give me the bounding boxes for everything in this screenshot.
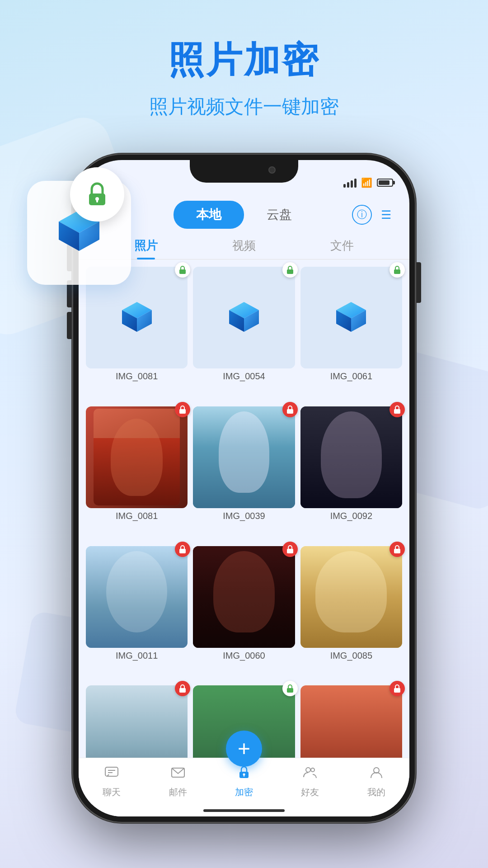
photo-thumb [300, 406, 402, 508]
svg-rect-26 [394, 688, 400, 693]
lock-red-icon [282, 542, 298, 557]
friends-icon [303, 765, 317, 783]
lock-icon [84, 181, 111, 208]
lock-red-icon [175, 681, 190, 696]
photo-name: IMG_0039 [223, 511, 265, 521]
home-indicator [203, 809, 285, 812]
encrypt-icon [237, 765, 251, 783]
add-button[interactable]: + [226, 731, 262, 767]
encrypted-cube-icon [224, 297, 264, 338]
nav-label-profile: 我的 [367, 786, 385, 798]
signal-icon [343, 178, 357, 188]
nav-label-chat: 聊天 [103, 786, 121, 798]
svg-point-35 [311, 768, 314, 772]
svg-rect-27 [105, 767, 118, 776]
list-item[interactable]: IMG_0081 [86, 406, 188, 541]
nav-item-profile[interactable]: 我的 [343, 765, 409, 798]
lock-green-icon [389, 262, 405, 278]
list-item[interactable]: IMG_0011 [86, 546, 188, 680]
info-icon[interactable]: ⓘ [352, 205, 372, 225]
list-item[interactable]: IMG_0039 [193, 406, 295, 541]
photo-name: IMG_0081 [116, 371, 158, 382]
lock-green-icon [282, 262, 298, 278]
list-item[interactable]: IMG_0060 [193, 546, 295, 680]
page-subtitle: 照片视频文件一键加密 [0, 94, 488, 119]
mail-icon [171, 765, 185, 783]
photo-thumb [86, 406, 188, 508]
svg-rect-22 [287, 549, 293, 553]
sub-tab-files[interactable]: 文件 [330, 238, 354, 259]
photo-name: IMG_0060 [223, 651, 265, 661]
svg-rect-17 [394, 269, 400, 274]
photo-name: IMG_0085 [330, 651, 372, 661]
lock-red-icon [282, 402, 298, 417]
sub-tab-videos[interactable]: 视频 [232, 238, 256, 259]
battery-icon [377, 179, 393, 187]
photo-name: IMG_0011 [116, 651, 158, 661]
encrypted-cube-icon [117, 297, 157, 338]
top-area: 照片加密 照片视频文件一键加密 [0, 36, 488, 119]
svg-point-34 [306, 768, 310, 772]
encrypted-cube-icon [331, 297, 371, 338]
svg-rect-21 [179, 549, 186, 553]
lock-green-icon [175, 262, 190, 278]
nav-item-friends[interactable]: 好友 [277, 765, 343, 798]
nav-item-encrypt[interactable]: 加密 [211, 765, 277, 798]
svg-rect-24 [179, 688, 186, 693]
svg-rect-23 [394, 549, 400, 553]
svg-rect-2 [96, 199, 98, 203]
lock-red-icon [389, 402, 405, 417]
list-item[interactable]: IMG_0085 [300, 546, 402, 680]
list-item[interactable]: IMG_0054 [193, 267, 295, 401]
nav-label-mail: 邮件 [169, 786, 187, 798]
list-icon[interactable]: ☰ [381, 208, 391, 222]
lock-red-icon [389, 542, 405, 557]
photo-name: IMG_0054 [223, 371, 265, 382]
sub-tab-photos[interactable]: 照片 [134, 238, 158, 259]
nav-label-encrypt: 加密 [235, 786, 253, 798]
svg-rect-19 [287, 409, 293, 414]
photo-thumb [193, 267, 295, 368]
svg-rect-20 [394, 409, 400, 414]
front-camera [268, 166, 276, 174]
photo-thumb [193, 546, 295, 648]
lock-red-icon [389, 681, 405, 696]
lock-badge [70, 167, 124, 222]
photo-name: IMG_0081 [116, 511, 158, 521]
photo-name: IMG_0061 [330, 371, 372, 382]
page-title: 照片加密 [0, 36, 488, 85]
list-item[interactable]: IMG_0081 [86, 267, 188, 401]
nav-item-chat[interactable]: 聊天 [79, 765, 145, 798]
tab-local[interactable]: 本地 [174, 201, 244, 229]
app-content: 本地 云盘 ⓘ ☰ 照片 视频 文件 [79, 192, 409, 816]
svg-rect-9 [179, 269, 186, 274]
nav-label-friends: 好友 [301, 786, 319, 798]
tab-cloud[interactable]: 云盘 [244, 201, 314, 229]
photo-thumb [300, 267, 402, 368]
wifi-icon: 📶 [361, 177, 372, 188]
lock-green-icon [282, 681, 298, 696]
photo-thumb [86, 546, 188, 648]
list-item[interactable]: IMG_0061 [300, 267, 402, 401]
chat-icon [104, 765, 119, 783]
nav-item-mail[interactable]: 邮件 [145, 765, 211, 798]
svg-rect-13 [287, 269, 293, 274]
lock-red-icon [175, 542, 190, 557]
profile-icon [369, 765, 384, 783]
lock-red-icon [175, 402, 190, 417]
photo-thumb [300, 546, 402, 648]
list-item[interactable]: IMG_0092 [300, 406, 402, 541]
photo-thumb [193, 406, 295, 508]
svg-rect-33 [244, 774, 244, 777]
phone-notch [190, 160, 298, 183]
svg-rect-18 [179, 409, 186, 414]
photo-name: IMG_0092 [330, 511, 372, 521]
svg-rect-25 [287, 688, 293, 693]
status-icons: 📶 [343, 177, 393, 188]
main-tab-icons: ⓘ ☰ [352, 205, 391, 225]
